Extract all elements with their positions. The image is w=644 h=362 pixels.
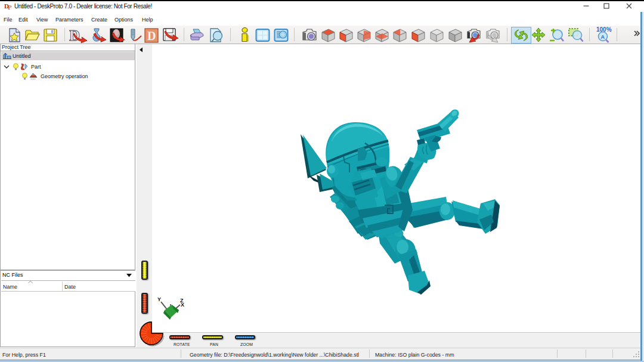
svg-text:31333: 31333 — [30, 78, 36, 81]
svg-text:P: P — [8, 4, 12, 11]
svg-text:D: D — [147, 29, 156, 42]
svg-text:A: A — [601, 34, 605, 40]
svg-text:X: X — [181, 302, 184, 308]
svg-text:Y: Y — [157, 296, 161, 302]
